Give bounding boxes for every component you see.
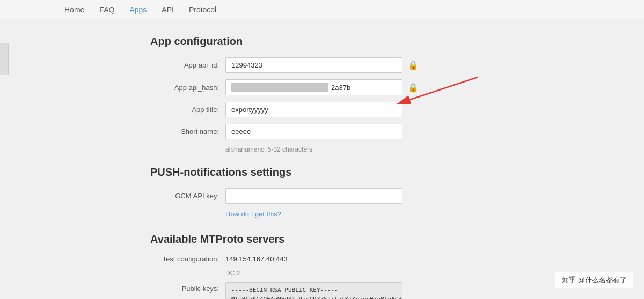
app-title-input[interactable]: [225, 102, 402, 117]
short-name-label: Short name:: [150, 128, 225, 136]
short-name-input[interactable]: [225, 124, 402, 139]
gcm-key-label: GCM API key:: [150, 192, 225, 200]
public-keys-row: Public keys: -----BEGIN RSA PUBLIC KEY--…: [150, 282, 494, 299]
main-content: App configuration App api_id: 🔒 App api_…: [0, 19, 644, 299]
api-hash-blur: [231, 83, 328, 92]
test-config-label: Test configuration:: [150, 255, 225, 263]
app-config-title: App configuration: [150, 35, 494, 48]
api-hash-field[interactable]: 2a37b: [225, 79, 402, 95]
api-hash-suffix: 2a37b: [331, 84, 350, 92]
test-config-row: Test configuration: 149.154.167.40:443: [150, 255, 494, 263]
api-hash-row: App api_hash: 2a37b 🔒: [150, 79, 494, 95]
short-name-input-wrapper: [225, 124, 494, 139]
gcm-how-link[interactable]: How do I get this?: [225, 210, 494, 218]
app-title-input-wrapper: [225, 102, 494, 117]
api-id-label: App api_id:: [150, 61, 225, 69]
push-section-title: PUSH-notifications settings: [150, 166, 494, 178]
sidebar-partial: [0, 43, 9, 75]
api-id-input-wrapper: 🔒: [225, 57, 494, 73]
pk-line-2: MIIBCgKCAQEAyMEdY1aR+sCR3ZSJrtztKTKqigv0…: [231, 295, 397, 300]
api-id-input[interactable]: [225, 57, 402, 73]
gcm-key-input[interactable]: [225, 188, 402, 204]
app-title-label: App title:: [150, 106, 225, 114]
test-config-value-wrapper: 149.154.167.40:443: [225, 255, 494, 263]
api-id-row: App api_id: 🔒: [150, 57, 494, 73]
gcm-key-row: GCM API key:: [150, 188, 494, 204]
mtproto-section-separator: Available MTProto servers: [150, 233, 494, 245]
short-name-row: Short name:: [150, 124, 494, 139]
nav-apps[interactable]: Apps: [129, 0, 147, 19]
public-keys-text: -----BEGIN RSA PUBLIC KEY----- MIIBCgKCA…: [225, 282, 402, 299]
api-hash-lock-icon: 🔒: [408, 83, 419, 93]
short-name-hint: alphanumeric, 5-32 characters: [225, 146, 494, 153]
gcm-key-input-wrapper: [225, 188, 494, 204]
nav-faq[interactable]: FAQ: [99, 0, 114, 19]
dc-label: DC 2: [225, 270, 494, 277]
app-title-row: App title:: [150, 102, 494, 117]
api-id-lock-icon: 🔒: [408, 60, 419, 70]
mtproto-section-title: Available MTProto servers: [150, 233, 494, 245]
pk-line-1: -----BEGIN RSA PUBLIC KEY-----: [231, 286, 397, 295]
nav-api[interactable]: API: [162, 0, 174, 19]
watermark: 知乎 @什么名都有了: [555, 272, 633, 288]
nav-home[interactable]: Home: [64, 0, 84, 19]
nav-protocol[interactable]: Protocol: [189, 0, 216, 19]
public-keys-label: Public keys:: [150, 282, 225, 293]
api-hash-input-wrapper: 2a37b 🔒: [225, 79, 494, 95]
push-section-separator: PUSH-notifications settings: [150, 166, 494, 178]
api-hash-label: App api_hash:: [150, 84, 225, 92]
test-config-value: 149.154.167.40:443: [225, 255, 288, 263]
top-navigation: Home FAQ Apps API Protocol: [0, 0, 644, 19]
content-wrapper: App configuration App api_id: 🔒 App api_…: [150, 35, 494, 299]
